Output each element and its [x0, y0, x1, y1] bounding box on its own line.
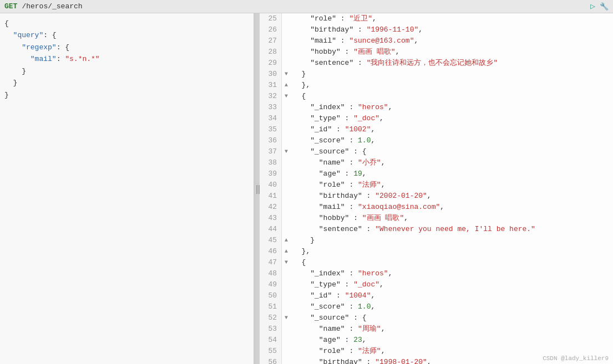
- left-panel: { "query": { "regexp": { "mail": "s.*n.*…: [0, 13, 255, 364]
- line-number: 39: [260, 168, 282, 180]
- line-number: 37: [260, 146, 282, 157]
- line-content: "birthday" : "1998-01-20",: [291, 357, 432, 364]
- line-number: 36: [260, 135, 282, 146]
- table-row: 35 "_id" : "1002",: [260, 124, 613, 135]
- table-row: 42 "mail" : "xiaoqiao@sina.com",: [260, 202, 613, 213]
- line-number: 30: [260, 69, 282, 80]
- line-content: {: [291, 257, 306, 268]
- request-path: /heros/_search: [22, 2, 82, 11]
- table-row: 48 "_index" : "heros",: [260, 268, 613, 279]
- table-row: 37▼ "_source" : {: [260, 146, 613, 157]
- line-content: "mail" : "xiaoqiao@sina.com",: [291, 202, 444, 213]
- table-row: 32▼ {: [260, 91, 613, 102]
- line-number: 43: [260, 213, 282, 224]
- line-content: "_source" : {: [291, 312, 367, 324]
- fold-indicator[interactable]: ▼: [282, 146, 291, 157]
- fold-indicator[interactable]: ▼: [282, 69, 291, 80]
- top-bar: GET /heros/_search ▷ 🔧: [0, 0, 613, 13]
- table-row: 36 "_score" : 1.0,: [260, 135, 613, 146]
- line-content: "_type" : "_doc",: [291, 279, 384, 290]
- fold-indicator[interactable]: ▲: [282, 80, 291, 91]
- table-row: 45▲ }: [260, 235, 613, 246]
- fold-indicator[interactable]: ▼: [282, 91, 291, 102]
- line-number: 41: [260, 191, 282, 202]
- line-content: "name" : "小乔",: [291, 157, 385, 168]
- line-content: "sentence" : "我向往诗和远方，也不会忘记她和故乡": [291, 58, 498, 69]
- line-content: "birthday" : "2002-01-20",: [291, 191, 432, 202]
- line-number: 27: [260, 35, 282, 47]
- line-number: 33: [260, 102, 282, 113]
- table-row: 49 "_type" : "_doc",: [260, 279, 613, 290]
- line-content: "_id" : "1002",: [291, 124, 375, 135]
- wrench-icon[interactable]: 🔧: [600, 2, 609, 11]
- table-row: 33 "_index" : "heros",: [260, 102, 613, 113]
- line-content: "_index" : "heros",: [291, 268, 392, 279]
- fold-indicator[interactable]: ▼: [282, 312, 291, 324]
- line-number: 29: [260, 58, 282, 69]
- line-number: 44: [260, 224, 282, 235]
- line-content: },: [291, 246, 310, 257]
- http-method: GET: [4, 2, 17, 11]
- panel-divider[interactable]: ‖: [255, 13, 260, 364]
- line-number: 31: [260, 80, 282, 91]
- line-number: 32: [260, 91, 282, 102]
- line-number: 54: [260, 335, 282, 346]
- fold-indicator[interactable]: ▲: [282, 235, 291, 246]
- table-row: 25 "role" : "近卫",: [260, 13, 613, 24]
- line-content: "_id" : "1004",: [291, 290, 375, 301]
- table-row: 34 "_type" : "_doc",: [260, 113, 613, 124]
- fold-indicator[interactable]: ▼: [282, 257, 291, 268]
- line-content: "_source" : {: [291, 146, 367, 157]
- table-row: 54 "age" : 23,: [260, 335, 613, 346]
- line-content: "_index" : "heros",: [291, 102, 392, 113]
- line-number: 50: [260, 290, 282, 301]
- line-content: "age" : 19,: [291, 168, 367, 180]
- table-row: 52▼ "_source" : {: [260, 312, 613, 324]
- line-number: 52: [260, 312, 282, 324]
- line-content: {: [291, 91, 306, 102]
- table-row: 53 "name" : "周瑜",: [260, 324, 613, 335]
- table-row: 44 "sentence" : "Whenever you need me, I…: [260, 224, 613, 235]
- line-content: "_type" : "_doc",: [291, 113, 384, 124]
- line-number: 53: [260, 324, 282, 335]
- table-row: 27 "mail" : "sunce@163.com",: [260, 35, 613, 47]
- table-row: 50 "_id" : "1004",: [260, 290, 613, 301]
- table-row: 43 "hobby" : "画画 唱歌",: [260, 213, 613, 224]
- line-number: 26: [260, 24, 282, 35]
- line-number: 47: [260, 257, 282, 268]
- line-content: "sentence" : "Whenever you need me, I'll…: [291, 224, 535, 235]
- line-number: 28: [260, 47, 282, 58]
- table-row: 46▲ },: [260, 246, 613, 257]
- fold-indicator[interactable]: ▲: [282, 246, 291, 257]
- table-row: 56 "birthday" : "1998-01-20",: [260, 357, 613, 364]
- line-content: }: [291, 69, 306, 80]
- table-row: 30▼ }: [260, 69, 613, 80]
- line-content: "role" : "法师",: [291, 180, 385, 191]
- table-row: 31▲ },: [260, 80, 613, 91]
- line-content: }: [291, 235, 315, 246]
- table-row: 39 "age" : 19,: [260, 168, 613, 180]
- line-number: 42: [260, 202, 282, 213]
- line-content: "role" : "近卫",: [291, 13, 377, 24]
- toolbar-icons: ▷ 🔧: [590, 1, 609, 12]
- line-number: 51: [260, 301, 282, 312]
- left-code-content: { "query": { "regexp": { "mail": "s.*n.*…: [0, 13, 254, 105]
- line-number: 38: [260, 157, 282, 168]
- table-row: 26 "birthday" : "1996-11-10",: [260, 24, 613, 35]
- table-row: 41 "birthday" : "2002-01-20",: [260, 191, 613, 202]
- line-number: 46: [260, 246, 282, 257]
- line-content: "hobby" : "画画 唱歌",: [291, 213, 408, 224]
- line-number: 25: [260, 13, 282, 24]
- line-number: 40: [260, 180, 282, 191]
- table-row: 29 "sentence" : "我向往诗和远方，也不会忘记她和故乡": [260, 58, 613, 69]
- line-content: "role" : "法师",: [291, 346, 385, 357]
- line-content: "birthday" : "1996-11-10",: [291, 24, 423, 35]
- run-icon[interactable]: ▷: [590, 1, 595, 12]
- main-area: { "query": { "regexp": { "mail": "s.*n.*…: [0, 13, 613, 364]
- table-row: 40 "role" : "法师",: [260, 180, 613, 191]
- table-row: 38 "name" : "小乔",: [260, 157, 613, 168]
- line-content: "hobby" : "画画 唱歌",: [291, 47, 399, 58]
- line-number: 56: [260, 357, 282, 364]
- line-content: "mail" : "sunce@163.com",: [291, 35, 418, 47]
- line-content: "_score" : 1.0,: [291, 135, 375, 146]
